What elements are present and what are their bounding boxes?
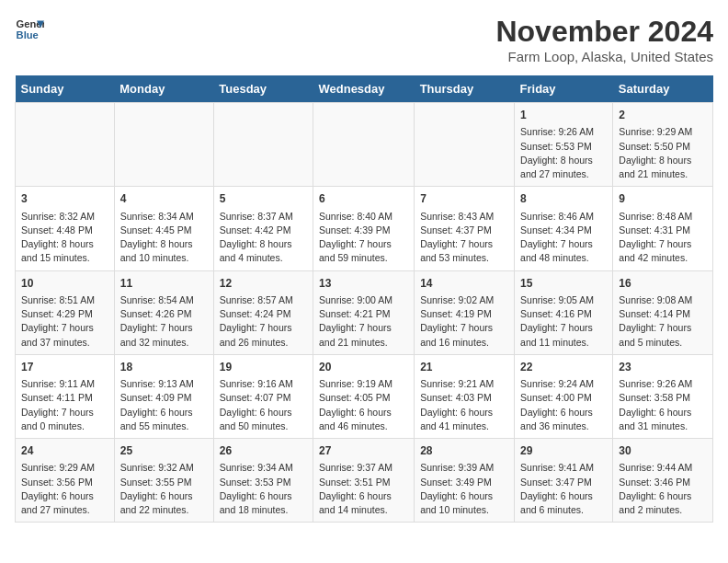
day-number: 18 [120,360,208,375]
day-info: Sunrise: 9:11 AM Sunset: 4:11 PM Dayligh… [21,377,108,433]
calendar-week-3: 10Sunrise: 8:51 AM Sunset: 4:29 PM Dayli… [16,270,713,354]
day-info: Sunrise: 9:32 AM Sunset: 3:55 PM Dayligh… [120,461,208,517]
day-number: 1 [520,108,607,123]
calendar-header-row: SundayMondayTuesdayWednesdayThursdayFrid… [16,75,713,103]
day-info: Sunrise: 9:41 AM Sunset: 3:47 PM Dayligh… [520,461,607,517]
logo: General Blue [15,15,44,44]
day-number: 5 [220,191,307,207]
calendar-cell: 21Sunrise: 9:21 AM Sunset: 4:03 PM Dayli… [415,354,515,438]
calendar-cell: 18Sunrise: 9:13 AM Sunset: 4:09 PM Dayli… [114,354,213,438]
calendar-cell: 25Sunrise: 9:32 AM Sunset: 3:55 PM Dayli… [114,439,213,523]
day-info: Sunrise: 9:02 AM Sunset: 4:19 PM Dayligh… [420,293,508,350]
day-number: 30 [619,443,707,459]
day-info: Sunrise: 9:44 AM Sunset: 3:46 PM Dayligh… [619,461,707,517]
calendar-cell: 22Sunrise: 9:24 AM Sunset: 4:00 PM Dayli… [515,354,613,438]
calendar-cell: 8Sunrise: 8:46 AM Sunset: 4:34 PM Daylig… [515,187,613,270]
calendar-cell [415,103,515,187]
calendar-cell: 13Sunrise: 9:00 AM Sunset: 4:21 PM Dayli… [313,270,414,354]
day-info: Sunrise: 9:05 AM Sunset: 4:16 PM Dayligh… [520,293,607,350]
day-number: 20 [319,360,408,375]
day-number: 21 [420,360,508,375]
calendar-cell: 1Sunrise: 9:26 AM Sunset: 5:53 PM Daylig… [515,103,613,187]
day-number: 24 [21,443,108,459]
day-header-wednesday: Wednesday [313,75,414,103]
day-number: 3 [21,191,108,207]
day-info: Sunrise: 8:43 AM Sunset: 4:37 PM Dayligh… [420,210,508,266]
day-number: 12 [220,276,307,292]
day-number: 8 [520,191,607,207]
calendar-cell: 14Sunrise: 9:02 AM Sunset: 4:19 PM Dayli… [415,270,515,354]
calendar-cell: 19Sunrise: 9:16 AM Sunset: 4:07 PM Dayli… [213,354,313,438]
day-info: Sunrise: 9:37 AM Sunset: 3:51 PM Dayligh… [319,461,408,517]
calendar-cell: 2Sunrise: 9:29 AM Sunset: 5:50 PM Daylig… [613,103,713,187]
day-number: 17 [21,360,108,375]
day-info: Sunrise: 9:24 AM Sunset: 4:00 PM Dayligh… [520,377,607,433]
day-number: 19 [220,360,307,375]
calendar-week-5: 24Sunrise: 9:29 AM Sunset: 3:56 PM Dayli… [16,439,713,523]
day-header-thursday: Thursday [415,75,515,103]
calendar-cell: 23Sunrise: 9:26 AM Sunset: 3:58 PM Dayli… [613,354,713,438]
calendar-cell: 17Sunrise: 9:11 AM Sunset: 4:11 PM Dayli… [16,354,115,438]
day-info: Sunrise: 8:37 AM Sunset: 4:42 PM Dayligh… [220,210,307,266]
day-info: Sunrise: 9:00 AM Sunset: 4:21 PM Dayligh… [319,293,408,350]
calendar-cell: 11Sunrise: 8:54 AM Sunset: 4:26 PM Dayli… [114,270,213,354]
calendar-cell [16,103,115,187]
calendar-cell: 9Sunrise: 8:48 AM Sunset: 4:31 PM Daylig… [613,187,713,270]
day-info: Sunrise: 9:26 AM Sunset: 5:53 PM Dayligh… [520,125,607,181]
day-info: Sunrise: 8:40 AM Sunset: 4:39 PM Dayligh… [319,210,408,266]
svg-text:Blue: Blue [17,29,39,40]
calendar-cell: 28Sunrise: 9:39 AM Sunset: 3:49 PM Dayli… [415,439,515,523]
calendar-cell: 20Sunrise: 9:19 AM Sunset: 4:05 PM Dayli… [313,354,414,438]
logo-icon: General Blue [15,15,44,44]
day-number: 29 [520,443,607,459]
day-info: Sunrise: 8:51 AM Sunset: 4:29 PM Dayligh… [21,293,108,350]
day-info: Sunrise: 8:34 AM Sunset: 4:45 PM Dayligh… [120,210,208,266]
calendar-cell: 3Sunrise: 8:32 AM Sunset: 4:48 PM Daylig… [16,187,115,270]
main-title: November 2024 [495,15,713,49]
day-number: 28 [420,443,508,459]
day-number: 25 [120,443,208,459]
calendar-week-2: 3Sunrise: 8:32 AM Sunset: 4:48 PM Daylig… [16,187,713,270]
day-number: 26 [220,443,307,459]
day-number: 22 [520,360,607,375]
day-number: 4 [120,191,208,207]
calendar-cell: 27Sunrise: 9:37 AM Sunset: 3:51 PM Dayli… [313,439,414,523]
calendar-body: 1Sunrise: 9:26 AM Sunset: 5:53 PM Daylig… [16,103,713,523]
day-number: 14 [420,276,508,292]
day-info: Sunrise: 8:54 AM Sunset: 4:26 PM Dayligh… [120,293,208,350]
calendar-cell: 4Sunrise: 8:34 AM Sunset: 4:45 PM Daylig… [114,187,213,270]
calendar-cell: 12Sunrise: 8:57 AM Sunset: 4:24 PM Dayli… [213,270,313,354]
calendar-cell: 7Sunrise: 8:43 AM Sunset: 4:37 PM Daylig… [415,187,515,270]
day-info: Sunrise: 8:32 AM Sunset: 4:48 PM Dayligh… [21,210,108,266]
day-number: 7 [420,191,508,207]
day-info: Sunrise: 9:19 AM Sunset: 4:05 PM Dayligh… [319,377,408,433]
calendar-cell [313,103,414,187]
calendar-cell: 26Sunrise: 9:34 AM Sunset: 3:53 PM Dayli… [213,439,313,523]
calendar-cell [114,103,213,187]
day-number: 16 [619,276,707,292]
day-info: Sunrise: 9:34 AM Sunset: 3:53 PM Dayligh… [220,461,307,517]
day-info: Sunrise: 9:26 AM Sunset: 3:58 PM Dayligh… [619,377,707,433]
day-info: Sunrise: 9:21 AM Sunset: 4:03 PM Dayligh… [420,377,508,433]
calendar-cell: 29Sunrise: 9:41 AM Sunset: 3:47 PM Dayli… [515,439,613,523]
calendar-cell [213,103,313,187]
day-info: Sunrise: 8:46 AM Sunset: 4:34 PM Dayligh… [520,210,607,266]
calendar-cell: 16Sunrise: 9:08 AM Sunset: 4:14 PM Dayli… [613,270,713,354]
calendar-week-1: 1Sunrise: 9:26 AM Sunset: 5:53 PM Daylig… [16,103,713,187]
header: General Blue November 2024 Farm Loop, Al… [15,15,713,64]
day-info: Sunrise: 9:08 AM Sunset: 4:14 PM Dayligh… [619,293,707,350]
day-number: 23 [619,360,707,375]
day-number: 6 [319,191,408,207]
day-info: Sunrise: 9:13 AM Sunset: 4:09 PM Dayligh… [120,377,208,433]
day-info: Sunrise: 8:57 AM Sunset: 4:24 PM Dayligh… [220,293,307,350]
day-header-saturday: Saturday [613,75,713,103]
day-number: 13 [319,276,408,292]
day-number: 2 [619,108,707,123]
calendar-cell: 30Sunrise: 9:44 AM Sunset: 3:46 PM Dayli… [613,439,713,523]
subtitle: Farm Loop, Alaska, United States [495,49,713,64]
calendar-cell: 5Sunrise: 8:37 AM Sunset: 4:42 PM Daylig… [213,187,313,270]
calendar-cell: 24Sunrise: 9:29 AM Sunset: 3:56 PM Dayli… [16,439,115,523]
calendar-cell: 10Sunrise: 8:51 AM Sunset: 4:29 PM Dayli… [16,270,115,354]
day-number: 11 [120,276,208,292]
calendar-cell: 15Sunrise: 9:05 AM Sunset: 4:16 PM Dayli… [515,270,613,354]
